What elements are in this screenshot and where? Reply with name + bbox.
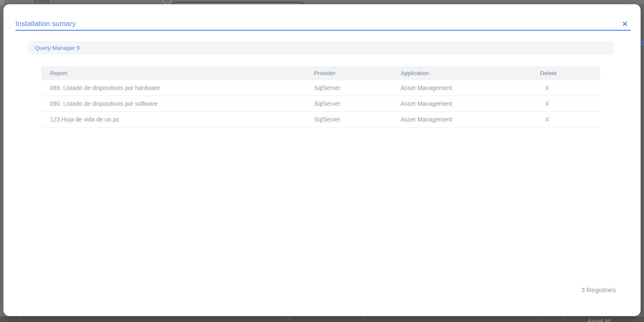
section-header-query-manager[interactable]: Query Manager 9 (28, 41, 614, 55)
table-cell: Asset Management (401, 116, 540, 123)
delete-button[interactable]: X (540, 84, 600, 91)
table-row: 123.Hoja de vida de un pcSqlServerAsset … (41, 112, 600, 128)
background-table-line (283, 316, 283, 322)
column-header-application: Application (401, 70, 540, 76)
installation-summary-modal: Installation sumary ✕ Query Manager 9 Re… (3, 4, 641, 316)
background-table-line (565, 316, 565, 322)
delete-button[interactable]: X (540, 100, 600, 107)
background-right-edge (641, 4, 644, 322)
table-header-row: ReportProviderApplicationDelete (41, 66, 600, 80)
background-table-line (289, 316, 289, 322)
background-table-line (364, 316, 364, 322)
close-icon: ✕ (622, 20, 628, 29)
table-cell: Asset Management (401, 84, 540, 91)
background-link-fragment (641, 41, 644, 43)
background-table-line (541, 316, 542, 322)
table-cell: SqlServer (314, 100, 401, 107)
background-bottom-edge (0, 316, 644, 322)
close-button[interactable]: ✕ (620, 19, 630, 29)
background-table-line (20, 316, 21, 322)
background-link-fragment (641, 44, 644, 45)
column-header-provider: Provider (314, 70, 401, 76)
background-sidebar-fragment (0, 0, 4, 5)
table-cell: Asset Management (401, 100, 540, 107)
registry-count: 3 Registries (581, 286, 616, 294)
title-divider (15, 30, 631, 31)
reports-table: ReportProviderApplicationDelete 089. Lis… (41, 66, 600, 128)
table-row: 089. Listado de dispositivos por hardwar… (41, 80, 600, 96)
delete-button[interactable]: X (540, 116, 600, 123)
table-cell: 123.Hoja de vida de un pc (41, 116, 314, 123)
background-text-fragment: Asset M (587, 317, 610, 322)
section-header-label: Query Manager 9 (35, 45, 80, 51)
table-cell: 090. Listado de dispositivos por softwar… (41, 100, 314, 107)
column-header-delete: Delete (540, 70, 600, 76)
table-cell: 089. Listado de dispositivos por hardwar… (41, 84, 314, 91)
modal-title: Installation sumary (15, 20, 76, 28)
table-cell: SqlServer (314, 116, 401, 123)
table-body: 089. Listado de dispositivos por hardwar… (41, 80, 600, 128)
table-row: 090. Listado de dispositivos por softwar… (41, 96, 600, 112)
column-header-report: Report (41, 70, 314, 76)
table-cell: SqlServer (314, 84, 401, 91)
